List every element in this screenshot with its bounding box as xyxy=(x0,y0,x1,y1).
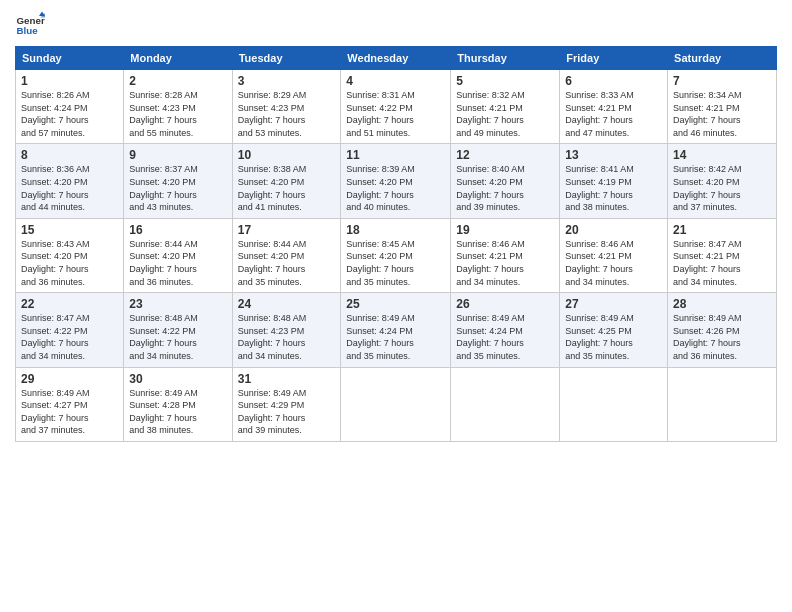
day-info: Sunrise: 8:44 AMSunset: 4:20 PMDaylight:… xyxy=(238,238,336,288)
day-info: Sunrise: 8:44 AMSunset: 4:20 PMDaylight:… xyxy=(129,238,226,288)
calendar-cell: 13 Sunrise: 8:41 AMSunset: 4:19 PMDaylig… xyxy=(560,144,668,218)
calendar-cell: 29 Sunrise: 8:49 AMSunset: 4:27 PMDaylig… xyxy=(16,367,124,441)
day-info: Sunrise: 8:46 AMSunset: 4:21 PMDaylight:… xyxy=(565,238,662,288)
day-number: 12 xyxy=(456,148,554,162)
header-monday: Monday xyxy=(124,47,232,70)
header-friday: Friday xyxy=(560,47,668,70)
day-number: 30 xyxy=(129,372,226,386)
day-number: 18 xyxy=(346,223,445,237)
day-info: Sunrise: 8:38 AMSunset: 4:20 PMDaylight:… xyxy=(238,163,336,213)
day-number: 2 xyxy=(129,74,226,88)
calendar-cell: 2 Sunrise: 8:28 AMSunset: 4:23 PMDayligh… xyxy=(124,70,232,144)
day-number: 13 xyxy=(565,148,662,162)
logo-icon: General Blue xyxy=(15,10,45,40)
calendar-cell: 6 Sunrise: 8:33 AMSunset: 4:21 PMDayligh… xyxy=(560,70,668,144)
day-info: Sunrise: 8:41 AMSunset: 4:19 PMDaylight:… xyxy=(565,163,662,213)
day-number: 6 xyxy=(565,74,662,88)
day-info: Sunrise: 8:48 AMSunset: 4:23 PMDaylight:… xyxy=(238,312,336,362)
day-info: Sunrise: 8:49 AMSunset: 4:28 PMDaylight:… xyxy=(129,387,226,437)
day-number: 23 xyxy=(129,297,226,311)
svg-text:Blue: Blue xyxy=(17,25,39,36)
calendar-cell xyxy=(341,367,451,441)
day-number: 16 xyxy=(129,223,226,237)
day-info: Sunrise: 8:32 AMSunset: 4:21 PMDaylight:… xyxy=(456,89,554,139)
calendar-cell: 7 Sunrise: 8:34 AMSunset: 4:21 PMDayligh… xyxy=(668,70,777,144)
calendar-cell: 9 Sunrise: 8:37 AMSunset: 4:20 PMDayligh… xyxy=(124,144,232,218)
calendar-table: SundayMondayTuesdayWednesdayThursdayFrid… xyxy=(15,46,777,442)
week-row-1: 8 Sunrise: 8:36 AMSunset: 4:20 PMDayligh… xyxy=(16,144,777,218)
calendar-cell: 22 Sunrise: 8:47 AMSunset: 4:22 PMDaylig… xyxy=(16,293,124,367)
calendar-cell: 23 Sunrise: 8:48 AMSunset: 4:22 PMDaylig… xyxy=(124,293,232,367)
day-info: Sunrise: 8:45 AMSunset: 4:20 PMDaylight:… xyxy=(346,238,445,288)
day-info: Sunrise: 8:40 AMSunset: 4:20 PMDaylight:… xyxy=(456,163,554,213)
day-info: Sunrise: 8:36 AMSunset: 4:20 PMDaylight:… xyxy=(21,163,118,213)
day-number: 5 xyxy=(456,74,554,88)
day-number: 14 xyxy=(673,148,771,162)
logo: General Blue xyxy=(15,10,45,40)
day-info: Sunrise: 8:47 AMSunset: 4:22 PMDaylight:… xyxy=(21,312,118,362)
day-info: Sunrise: 8:28 AMSunset: 4:23 PMDaylight:… xyxy=(129,89,226,139)
day-info: Sunrise: 8:31 AMSunset: 4:22 PMDaylight:… xyxy=(346,89,445,139)
calendar-cell: 19 Sunrise: 8:46 AMSunset: 4:21 PMDaylig… xyxy=(451,218,560,292)
calendar-cell: 17 Sunrise: 8:44 AMSunset: 4:20 PMDaylig… xyxy=(232,218,341,292)
calendar-cell: 1 Sunrise: 8:26 AMSunset: 4:24 PMDayligh… xyxy=(16,70,124,144)
calendar-cell: 14 Sunrise: 8:42 AMSunset: 4:20 PMDaylig… xyxy=(668,144,777,218)
calendar-cell: 11 Sunrise: 8:39 AMSunset: 4:20 PMDaylig… xyxy=(341,144,451,218)
day-info: Sunrise: 8:26 AMSunset: 4:24 PMDaylight:… xyxy=(21,89,118,139)
svg-text:General: General xyxy=(17,15,46,26)
calendar-cell: 18 Sunrise: 8:45 AMSunset: 4:20 PMDaylig… xyxy=(341,218,451,292)
calendar-cell xyxy=(560,367,668,441)
day-info: Sunrise: 8:34 AMSunset: 4:21 PMDaylight:… xyxy=(673,89,771,139)
calendar-header-row: SundayMondayTuesdayWednesdayThursdayFrid… xyxy=(16,47,777,70)
calendar-cell: 16 Sunrise: 8:44 AMSunset: 4:20 PMDaylig… xyxy=(124,218,232,292)
day-number: 10 xyxy=(238,148,336,162)
calendar-cell: 15 Sunrise: 8:43 AMSunset: 4:20 PMDaylig… xyxy=(16,218,124,292)
day-info: Sunrise: 8:49 AMSunset: 4:27 PMDaylight:… xyxy=(21,387,118,437)
calendar-cell: 30 Sunrise: 8:49 AMSunset: 4:28 PMDaylig… xyxy=(124,367,232,441)
calendar-cell: 12 Sunrise: 8:40 AMSunset: 4:20 PMDaylig… xyxy=(451,144,560,218)
day-info: Sunrise: 8:37 AMSunset: 4:20 PMDaylight:… xyxy=(129,163,226,213)
calendar-cell: 3 Sunrise: 8:29 AMSunset: 4:23 PMDayligh… xyxy=(232,70,341,144)
calendar-cell: 20 Sunrise: 8:46 AMSunset: 4:21 PMDaylig… xyxy=(560,218,668,292)
calendar-cell: 4 Sunrise: 8:31 AMSunset: 4:22 PMDayligh… xyxy=(341,70,451,144)
day-number: 21 xyxy=(673,223,771,237)
calendar-cell: 24 Sunrise: 8:48 AMSunset: 4:23 PMDaylig… xyxy=(232,293,341,367)
day-info: Sunrise: 8:29 AMSunset: 4:23 PMDaylight:… xyxy=(238,89,336,139)
day-number: 17 xyxy=(238,223,336,237)
calendar-cell: 8 Sunrise: 8:36 AMSunset: 4:20 PMDayligh… xyxy=(16,144,124,218)
week-row-3: 22 Sunrise: 8:47 AMSunset: 4:22 PMDaylig… xyxy=(16,293,777,367)
calendar-cell: 26 Sunrise: 8:49 AMSunset: 4:24 PMDaylig… xyxy=(451,293,560,367)
header-thursday: Thursday xyxy=(451,47,560,70)
day-info: Sunrise: 8:47 AMSunset: 4:21 PMDaylight:… xyxy=(673,238,771,288)
header-saturday: Saturday xyxy=(668,47,777,70)
week-row-4: 29 Sunrise: 8:49 AMSunset: 4:27 PMDaylig… xyxy=(16,367,777,441)
day-info: Sunrise: 8:33 AMSunset: 4:21 PMDaylight:… xyxy=(565,89,662,139)
day-info: Sunrise: 8:49 AMSunset: 4:29 PMDaylight:… xyxy=(238,387,336,437)
day-number: 31 xyxy=(238,372,336,386)
day-number: 26 xyxy=(456,297,554,311)
calendar-cell: 31 Sunrise: 8:49 AMSunset: 4:29 PMDaylig… xyxy=(232,367,341,441)
day-number: 15 xyxy=(21,223,118,237)
day-info: Sunrise: 8:49 AMSunset: 4:24 PMDaylight:… xyxy=(346,312,445,362)
day-number: 1 xyxy=(21,74,118,88)
day-info: Sunrise: 8:43 AMSunset: 4:20 PMDaylight:… xyxy=(21,238,118,288)
day-info: Sunrise: 8:49 AMSunset: 4:26 PMDaylight:… xyxy=(673,312,771,362)
day-info: Sunrise: 8:48 AMSunset: 4:22 PMDaylight:… xyxy=(129,312,226,362)
calendar-cell xyxy=(668,367,777,441)
day-info: Sunrise: 8:42 AMSunset: 4:20 PMDaylight:… xyxy=(673,163,771,213)
day-number: 11 xyxy=(346,148,445,162)
day-number: 4 xyxy=(346,74,445,88)
day-number: 27 xyxy=(565,297,662,311)
calendar-cell: 10 Sunrise: 8:38 AMSunset: 4:20 PMDaylig… xyxy=(232,144,341,218)
header-sunday: Sunday xyxy=(16,47,124,70)
day-number: 28 xyxy=(673,297,771,311)
calendar-cell: 5 Sunrise: 8:32 AMSunset: 4:21 PMDayligh… xyxy=(451,70,560,144)
day-number: 24 xyxy=(238,297,336,311)
calendar-cell: 28 Sunrise: 8:49 AMSunset: 4:26 PMDaylig… xyxy=(668,293,777,367)
header: General Blue xyxy=(15,10,777,40)
day-number: 22 xyxy=(21,297,118,311)
day-number: 19 xyxy=(456,223,554,237)
page: General Blue SundayMondayTuesdayWednesda… xyxy=(0,0,792,612)
calendar-cell: 27 Sunrise: 8:49 AMSunset: 4:25 PMDaylig… xyxy=(560,293,668,367)
day-info: Sunrise: 8:49 AMSunset: 4:24 PMDaylight:… xyxy=(456,312,554,362)
